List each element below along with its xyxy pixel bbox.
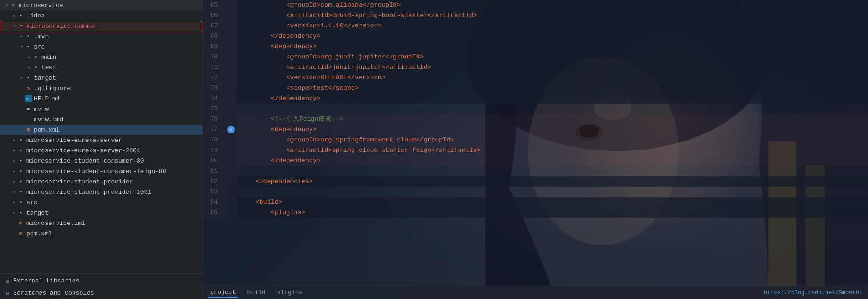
line-number: 83 (203, 187, 225, 197)
sidebar-item-pom-common[interactable]: mpom.xml (0, 125, 202, 135)
code-line-72: 72 <version>RELEASE</version> (203, 73, 868, 83)
code-line-73: 73 <scope>test</scope> (203, 83, 868, 93)
scratch-icon: ⊟ (4, 289, 11, 297)
line-number: 81 (203, 166, 225, 176)
sidebar: ▪microservice▪.idea▪microservice-common▪… (0, 0, 203, 299)
code-area[interactable]: 65 <groupId>com.alibaba</groupId>66 <art… (203, 0, 868, 286)
item-label: mvnw.cmd (34, 116, 63, 123)
line-content[interactable]: <artifactId>spring-cloud-starter-feign</… (237, 145, 868, 156)
item-label: src (34, 43, 45, 50)
line-content[interactable]: <artifactId>junit-jupiter</artifactId> (237, 62, 868, 73)
item-label: .idea (26, 12, 45, 19)
line-number: 84 (203, 197, 225, 208)
sidebar-item-mvnw-file[interactable]: ≡mvnw (0, 104, 202, 114)
sidebar-item-microservice-common[interactable]: ▪microservice-common (0, 21, 202, 31)
arrow-icon (11, 199, 17, 205)
scratches-item[interactable]: ⊟ Scratches and Consoles (0, 287, 202, 299)
code-line-80: 80 </dependency> (203, 156, 868, 166)
main-container: ▪microservice▪.idea▪microservice-common▪… (0, 0, 868, 299)
sidebar-item-student-consumer-feign-80[interactable]: ▪microservice-student-consumer-feign-80 (0, 166, 202, 176)
sidebar-item-student-provider[interactable]: ▪microservice-student-provider (0, 176, 202, 187)
folder-icon: ▪ (9, 1, 17, 9)
line-content[interactable]: <dependency> (237, 42, 868, 52)
sidebar-item-target[interactable]: ▪target (0, 73, 202, 83)
sidebar-item-gitignore[interactable]: ⊙.gitignore (0, 83, 202, 93)
tab-project[interactable]: project (208, 288, 238, 298)
item-label: microservice.iml (26, 220, 85, 227)
item-label: microservice-student-consumer-feign-80 (26, 168, 166, 175)
code-line-77: 77↻ <dependency> (203, 125, 868, 135)
editor-area: 65 <groupId>com.alibaba</groupId>66 <art… (203, 0, 868, 299)
code-line-67: 67 <version>1.1.10</version> (203, 21, 868, 31)
item-label: .gitignore (34, 85, 71, 92)
sidebar-item-mvn[interactable]: ▪.mvn (0, 31, 202, 42)
file-icon: ≡ (25, 105, 32, 113)
line-content[interactable]: </dependency> (237, 156, 868, 166)
sidebar-item-help[interactable]: HDHELP.md (0, 93, 202, 104)
folder-icon: ▪ (17, 147, 25, 154)
line-content[interactable]: </dependency> (237, 31, 868, 42)
arrow-icon (19, 33, 25, 39)
md-icon: HD (25, 95, 32, 102)
folder-icon: ▪ (17, 199, 25, 206)
iml-icon: m (17, 219, 25, 227)
line-number: 75 (203, 104, 225, 114)
item-label: microservice-eureka-server (26, 137, 122, 144)
sidebar-item-main[interactable]: ▪main (0, 52, 202, 62)
arrow-icon (11, 13, 17, 18)
line-content[interactable]: <version>RELEASE</version> (237, 73, 868, 83)
sidebar-item-test[interactable]: ▪test (0, 62, 202, 73)
item-label: target (34, 75, 56, 82)
line-content[interactable]: <groupId>com.alibaba</groupId> (237, 0, 868, 10)
line-content[interactable]: <groupId>org.junit.jupiter</groupId> (237, 52, 868, 62)
sidebar-item-idea[interactable]: ▪.idea (0, 10, 202, 21)
code-line-66: 66 <artifactId>druid-spring-boot-starter… (203, 10, 868, 21)
line-content[interactable]: </dependencies> (237, 176, 868, 187)
arrow-icon (26, 65, 32, 70)
sidebar-item-microservice-root[interactable]: ▪microservice (0, 0, 202, 10)
item-label: microservice-student-provider (26, 178, 133, 185)
line-content[interactable]: <artifactId>druid-spring-boot-starter</a… (237, 10, 868, 21)
sidebar-item-pom-root[interactable]: mpom.xml (0, 228, 202, 239)
code-line-78: 78 <groupId>org.springframework.cloud</g… (203, 135, 868, 145)
line-content[interactable]: <scope>test</scope> (237, 83, 868, 93)
arrow-icon (12, 23, 17, 29)
sidebar-item-eureka-server-2001[interactable]: ▪microservice-eureka-server-2001 (0, 145, 202, 156)
line-content[interactable]: <!--引入Feign依赖--> (237, 114, 868, 125)
sidebar-item-eureka-server[interactable]: ▪microservice-eureka-server (0, 135, 202, 145)
sidebar-item-src2[interactable]: ▪src (0, 197, 202, 208)
sidebar-item-mvnw-cmd[interactable]: ≡mvnw.cmd (0, 114, 202, 125)
line-content[interactable]: <version>1.1.10</version> (237, 21, 868, 31)
arrow-icon (11, 168, 17, 174)
line-number: 77 (203, 125, 225, 135)
gutter-run-icon[interactable]: ↻ (227, 126, 235, 133)
line-number: 85 (203, 208, 225, 218)
sidebar-item-student-consumer-80[interactable]: ▪microservice-student-consumer-80 (0, 156, 202, 166)
code-line-69: 69 <dependency> (203, 42, 868, 52)
tab-build[interactable]: build (246, 288, 268, 297)
code-line-70: 70 <groupId>org.junit.jupiter</groupId> (203, 52, 868, 62)
line-content[interactable]: <groupId>org.springframework.cloud</grou… (237, 135, 868, 145)
folder-icon: ▪ (17, 178, 25, 185)
line-content[interactable]: <plugins>| (237, 208, 868, 218)
line-content[interactable]: <build> (237, 197, 868, 208)
line-content[interactable]: <dependency> (237, 125, 868, 135)
sidebar-item-microservice-iml[interactable]: mmicroservice.iml (0, 218, 202, 228)
folder-icon: ▪ (17, 12, 25, 19)
sidebar-item-student-provider-1001[interactable]: ▪microservice-student-provider-1001 (0, 187, 202, 197)
file-tree: ▪microservice▪.idea▪microservice-common▪… (0, 0, 202, 239)
sidebar-item-target2[interactable]: ▪target (0, 208, 202, 218)
folder-icon: ▪ (17, 22, 25, 30)
item-label: microservice-common (27, 23, 97, 30)
line-content[interactable]: </dependency> (237, 93, 868, 104)
external-libraries-item[interactable]: ◫ External Libraries (0, 274, 202, 287)
sidebar-item-src[interactable]: ▪src (0, 42, 202, 52)
line-number: 78 (203, 135, 225, 145)
item-label: src (26, 199, 37, 206)
item-label: microservice-eureka-server-2001 (26, 147, 140, 154)
folder-icon: ▪ (17, 167, 25, 175)
folder-icon: ▪ (25, 43, 32, 50)
tab-plugins[interactable]: plugins (275, 288, 305, 297)
line-number: 69 (203, 42, 225, 52)
line-number: 68 (203, 31, 225, 42)
